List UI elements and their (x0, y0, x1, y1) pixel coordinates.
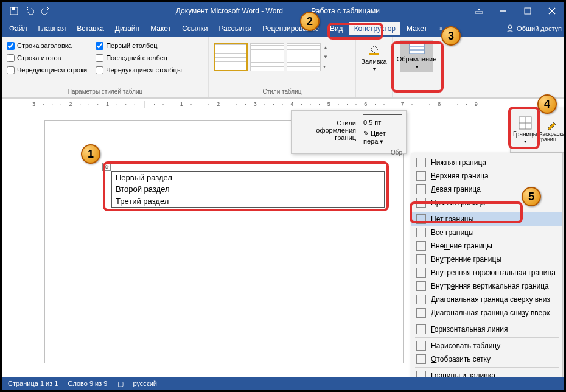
table-row[interactable]: Первый раздел (111, 171, 385, 183)
border-type-icon (416, 268, 426, 278)
status-bar: Страница 1 из 1 Слово 9 из 9 ▢ русский (2, 377, 564, 390)
borders-menu-item[interactable]: Внутренняя вертикальная граница (411, 279, 562, 293)
line-style-sample[interactable] (363, 114, 402, 115)
border-type-icon (416, 184, 426, 194)
callout-5: 5 (522, 187, 541, 206)
tab-table-layout[interactable]: Макет (402, 22, 432, 35)
check-header-row[interactable]: Строка заголовка (7, 40, 87, 52)
border-type-icon (416, 308, 426, 318)
callout-2: 2 (300, 12, 320, 31)
line-weight-dropdown[interactable]: 0,5 пт (363, 119, 402, 126)
border-painter-button[interactable]: Раскраска границ (540, 108, 564, 152)
svg-point-7 (508, 25, 512, 29)
svg-rect-2 (475, 12, 483, 13)
border-type-icon (416, 158, 426, 167)
borders-menu-item[interactable]: Нет границы (411, 212, 562, 226)
borders-button[interactable]: Обрамление ▾ (400, 40, 433, 72)
tab-references[interactable]: Ссылки (177, 22, 212, 35)
menu-separator (415, 337, 559, 338)
table-row[interactable]: Второй раздел (111, 183, 385, 195)
minimize-icon[interactable] (491, 2, 515, 20)
table-style-swatch[interactable] (287, 43, 321, 71)
check-first-col[interactable]: Первый столбец (96, 40, 182, 52)
borders-tools-popout: Границы ▾ Раскраска границ (510, 108, 565, 153)
tab-mailings[interactable]: Рассылки (214, 22, 256, 35)
status-words[interactable]: Слово 9 из 9 (68, 380, 107, 387)
table-styles-gallery[interactable]: ▲▼▾ (214, 40, 351, 75)
tab-insert[interactable]: Вставка (72, 22, 109, 35)
svg-rect-4 (525, 8, 531, 14)
borders-menu-item[interactable]: Горизонтальная линия (411, 323, 562, 336)
check-banded-cols[interactable]: Чередующиеся столбцы (96, 64, 182, 76)
ruler[interactable]: 3···2···1···│···1···2···3···4···5···6···… (2, 98, 564, 110)
borders-menu-item[interactable]: Верхняя граница (411, 169, 562, 183)
borders-menu-item[interactable]: Диагональная граница сверху вниз (411, 293, 562, 306)
border-styles-label[interactable]: Стили оформления границ (295, 119, 356, 141)
undo-icon[interactable] (24, 5, 36, 17)
border-type-icon (416, 171, 426, 181)
table-move-handle-icon[interactable]: ✥ (102, 163, 111, 171)
menu-separator (415, 211, 559, 211)
check-last-col[interactable]: Последний столбец (96, 52, 182, 64)
borders-menu-item[interactable]: Диагональная граница снизу вверх (411, 306, 562, 320)
borders-menu-item-label: Нижняя граница (431, 158, 486, 167)
tab-design[interactable]: Дизайн (110, 22, 144, 35)
status-proof-icon[interactable]: ▢ (117, 380, 124, 388)
svg-rect-9 (410, 43, 424, 54)
title-bar: Документ Microsoft Word - Word Работа с … (2, 2, 564, 20)
tab-view[interactable]: Вид (325, 22, 348, 35)
callout-3: 3 (441, 26, 461, 46)
check-banded-rows[interactable]: Чередующиеся строки (7, 64, 87, 76)
border-styles-popout: Стили оформления границ 0,5 пт ✎ Цвет пе… (291, 110, 407, 154)
pen-color-dropdown[interactable]: ✎ Цвет пера ▾ (363, 130, 402, 145)
borders-menu-item-label: Нет границы (431, 215, 473, 223)
svg-rect-8 (369, 53, 379, 55)
person-icon (506, 24, 514, 33)
border-type-icon (416, 241, 426, 251)
ribbon-options-icon[interactable] (467, 2, 491, 20)
shading-button[interactable]: Заливка ▾ (358, 40, 391, 74)
context-title: Работа с таблицами (311, 7, 380, 15)
tab-table-design[interactable]: Конструктор (349, 22, 400, 35)
document-table[interactable]: Первый раздел Второй раздел Третий разде… (111, 171, 385, 208)
borders-menu-item-label: Диагональная граница снизу вверх (431, 309, 550, 317)
borders-menu-item[interactable]: Отобразить сетку (411, 352, 562, 366)
redo-icon[interactable] (40, 5, 52, 17)
save-icon[interactable] (8, 5, 20, 17)
borders-menu-item[interactable]: Нарисовать таблицу (411, 339, 562, 352)
callout-4: 4 (537, 94, 557, 114)
border-type-icon (416, 324, 426, 334)
tab-layout[interactable]: Макет (145, 22, 176, 35)
borders-menu-item-label: Нарисовать таблицу (431, 341, 500, 350)
check-total-row[interactable]: Строка итогов (7, 52, 87, 64)
maximize-icon[interactable] (515, 2, 540, 20)
close-icon[interactable] (540, 2, 564, 20)
borders-menu-item[interactable]: Все границы (411, 226, 562, 239)
borders-menu-item-label: Правая граница (431, 198, 485, 207)
border-type-icon (416, 214, 426, 224)
borders-menu-item-label: Верхняя граница (431, 172, 489, 180)
borders-menu: Нижняя границаВерхняя границаЛевая грани… (411, 153, 563, 385)
group-label-table-styles: Стили таблиц (214, 88, 351, 95)
table-style-swatch[interactable] (214, 43, 248, 71)
tab-file[interactable]: Файл (4, 22, 32, 35)
callout-1: 1 (81, 144, 100, 164)
borders-menu-item-label: Все границы (431, 228, 474, 237)
border-type-icon (416, 198, 426, 208)
status-page[interactable]: Страница 1 из 1 (8, 380, 58, 387)
share-button[interactable]: Общий доступ (506, 24, 562, 33)
table-style-swatch[interactable] (250, 43, 284, 71)
borders-menu-item[interactable]: Внешние границы (411, 239, 562, 253)
borders-dropdown[interactable]: Границы ▾ (511, 108, 540, 152)
borders-menu-item-label: Отобразить сетку (431, 355, 491, 363)
status-language[interactable]: русский (133, 380, 157, 387)
share-label: Общий доступ (517, 25, 562, 32)
border-type-icon (416, 341, 426, 351)
borders-menu-item[interactable]: Внутренние границы (411, 253, 562, 266)
tab-home[interactable]: Главная (33, 22, 71, 35)
borders-menu-item[interactable]: Внутренняя горизонтальная граница (411, 266, 562, 279)
menu-separator (415, 321, 559, 321)
borders-menu-item[interactable]: Нижняя граница (411, 156, 562, 169)
borders-menu-item-label: Внешние границы (431, 242, 492, 250)
table-row[interactable]: Третий раздел (111, 195, 385, 208)
